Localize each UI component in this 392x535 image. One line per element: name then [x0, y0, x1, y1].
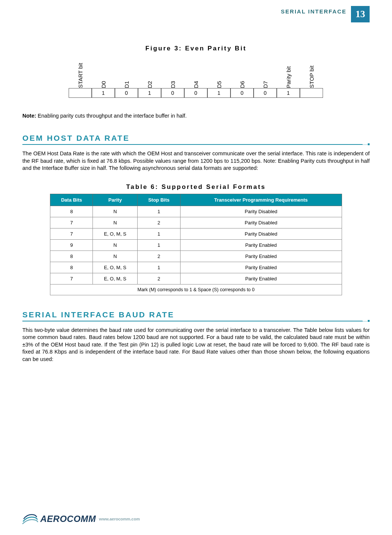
page-number: 13	[351, 6, 370, 22]
bit-column: D01	[92, 62, 115, 98]
table-row: 7N2Parity Disabled	[50, 217, 342, 228]
table-cell: Parity Enabled	[180, 262, 342, 273]
section-title-oem: OEM HOST DATA RATE	[22, 134, 370, 143]
bit-label: D3	[170, 62, 176, 88]
table-cell: 2	[137, 217, 180, 228]
table-cell: E, O, M, S	[93, 273, 138, 284]
page-header: SERIAL INTERFACE 13	[281, 6, 370, 22]
bit-value: 1	[138, 88, 161, 98]
table-cell: 1	[137, 262, 180, 273]
bit-column: STOP bit.	[300, 62, 323, 98]
bit-label: D2	[147, 62, 153, 88]
figure-3-title: Figure 3: Even Parity Bit	[22, 45, 370, 52]
table-cell: 8	[50, 206, 93, 217]
bit-column: START bit.	[69, 62, 92, 98]
bit-label: STOP bit	[308, 62, 315, 88]
bit-value: 1	[207, 88, 231, 98]
table-cell: 1	[137, 206, 180, 217]
table-cell: Parity Disabled	[180, 228, 342, 239]
bit-column: D70	[254, 62, 277, 98]
brand-logo: AEROCOMM	[22, 513, 96, 525]
table-header-cell: Parity	[93, 194, 138, 206]
bit-column: D30	[161, 62, 185, 98]
table-row: 7E, O, M, S2Parity Enabled	[50, 273, 342, 284]
aerocomm-logo-icon	[22, 513, 38, 525]
table-cell: 8	[50, 262, 93, 273]
footer-url: www.aerocomm.com	[99, 517, 140, 521]
table-cell: 2	[137, 251, 180, 262]
table-header-cell: Stop Bits	[137, 194, 180, 206]
page-content: Figure 3: Even Parity Bit START bit.D01D…	[22, 45, 370, 363]
table-cell: N	[93, 206, 138, 217]
bit-label: D4	[193, 62, 199, 88]
table-cell: 9	[50, 239, 93, 251]
bit-column: D21	[138, 62, 161, 98]
table-row: 9N1Parity Enabled	[50, 239, 342, 251]
oem-body-text: The OEM Host Data Rate is the rate with …	[22, 150, 370, 172]
table-cell: Parity Enabled	[180, 273, 342, 284]
table-cell: 7	[50, 273, 93, 284]
bit-value: 0	[115, 88, 138, 98]
bit-column: D10	[115, 62, 138, 98]
table-cell: Parity Disabled	[180, 217, 342, 228]
bit-value: .	[300, 88, 323, 98]
table-header-cell: Data Bits	[50, 194, 93, 206]
table-row: 8N2Parity Enabled	[50, 251, 342, 262]
bit-value: 0	[184, 88, 207, 98]
bit-label: D1	[123, 62, 130, 88]
page-footer: AEROCOMM www.aerocomm.com	[22, 513, 370, 525]
note-prefix: Note:	[22, 113, 36, 119]
table-cell: N	[93, 239, 138, 251]
section-rule	[22, 321, 370, 321]
bit-value: 1	[92, 88, 115, 98]
section-rule	[22, 144, 370, 145]
bit-column: D51	[208, 62, 231, 98]
table-cell: 7	[50, 228, 93, 239]
parity-note: Note: Enabling parity cuts throughput an…	[22, 113, 370, 119]
bit-label: D5	[216, 62, 222, 88]
table-footnote-row: Mark (M) corresponds to 1 & Space (S) co…	[50, 284, 342, 295]
table-cell: Parity Enabled	[180, 251, 342, 262]
table-cell: E, O, M, S	[93, 228, 138, 239]
section-title-baud: SERIAL INTERFACE BAUD RATE	[22, 310, 370, 319]
bit-value: 0	[231, 88, 254, 98]
bit-value: 0	[254, 88, 277, 98]
header-section-label: SERIAL INTERFACE	[281, 6, 351, 22]
table-cell: 1	[137, 239, 180, 251]
baud-body-text: This two-byte value determines the baud …	[22, 327, 370, 363]
bit-value: .	[69, 88, 92, 98]
table-cell: 7	[50, 217, 93, 228]
table-cell: N	[93, 217, 138, 228]
bit-value: 0	[161, 88, 184, 98]
bit-label: D7	[262, 62, 269, 88]
bit-label: D6	[239, 62, 245, 88]
table-cell: 2	[137, 273, 180, 284]
table-cell: Parity Enabled	[180, 239, 342, 251]
table-6: Data BitsParityStop BitsTransceiver Prog…	[50, 194, 342, 295]
note-text: Enabling parity cuts throughput and the …	[36, 113, 187, 119]
table-row: 8N1Parity Disabled	[50, 206, 342, 217]
table-row: 7E, O, M, S1Parity Disabled	[50, 228, 342, 239]
brand-name: AEROCOMM	[40, 514, 96, 524]
table-cell: E, O, M, S	[93, 262, 138, 273]
bit-column: Parity bit1	[277, 62, 300, 98]
table-cell: 8	[50, 251, 93, 262]
table-row: 8E, O, M, S1Parity Enabled	[50, 262, 342, 273]
bit-column: D40	[185, 62, 208, 98]
bit-label: D0	[100, 62, 107, 88]
table-cell: 1	[137, 228, 180, 239]
bit-label: Parity bit	[285, 62, 292, 88]
table-header-cell: Transceiver Programming Requirements	[180, 194, 342, 206]
table-footnote: Mark (M) corresponds to 1 & Space (S) co…	[50, 284, 342, 295]
figure-3-diagram: START bit.D01D10D21D30D40D51D60D70Parity…	[22, 57, 370, 98]
table-6-title: Table 6: Supported Serial Formats	[22, 183, 370, 191]
bit-value: 1	[277, 88, 300, 98]
table-cell: N	[93, 251, 138, 262]
bit-column: D60	[231, 62, 254, 98]
table-cell: Parity Disabled	[180, 206, 342, 217]
bit-label: START bit	[77, 62, 84, 88]
